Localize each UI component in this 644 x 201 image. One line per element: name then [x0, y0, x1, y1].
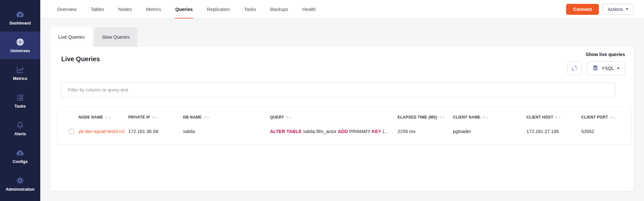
- row-checkbox[interactable]: [69, 129, 74, 134]
- topbar-buttons: Connect Actions: [566, 4, 634, 15]
- column-header-label: NODE NAME: [79, 115, 103, 120]
- chevron-down-icon: [626, 8, 628, 10]
- column-header-query[interactable]: QUERY: [270, 115, 398, 120]
- sidebar-item-administration[interactable]: Administration: [0, 170, 40, 198]
- column-header-client-host[interactable]: CLIENT HOST: [526, 115, 581, 120]
- column-header-label: QUERY: [270, 115, 284, 120]
- sidebar: DashboardUniversesMetricsTasksAlertsConf…: [0, 0, 40, 201]
- sidebar-item-alerts[interactable]: Alerts: [0, 115, 40, 142]
- nav-tab-overview[interactable]: Overview: [50, 0, 83, 19]
- table-row[interactable]: yb-dev-epratt-test3-n3 172.161.30.58 sak…: [58, 121, 631, 142]
- column-header-label: CLIENT NAME: [453, 115, 480, 120]
- header-checkbox-spacer: [69, 115, 79, 120]
- sidebar-item-label: Dashboard: [9, 21, 31, 25]
- column-header-label: PRIVATE IP: [128, 115, 150, 120]
- api-type-value: YSQL: [601, 66, 614, 71]
- nav-tab-backups[interactable]: Backups: [263, 0, 295, 19]
- tab-live-queries[interactable]: Live Queries: [51, 27, 92, 47]
- column-header-client-port[interactable]: CLIENT PORT: [581, 115, 631, 120]
- query-text: ALTER TABLE sakila.film_actor ADD PRIMAR…: [270, 129, 398, 134]
- universe-topbar: OverviewTablesNodesMetricsQueriesReplica…: [40, 0, 644, 19]
- column-header-db-name[interactable]: DB NAME: [183, 115, 270, 120]
- nav-tab-tables[interactable]: Tables: [83, 0, 111, 19]
- queries-tabs: Live Queries Slow Queries: [51, 27, 634, 47]
- column-header-elapsed-time-ms[interactable]: ELAPSED TIME (MS): [398, 115, 453, 120]
- nav-tab-tasks[interactable]: Tasks: [237, 0, 263, 19]
- api-type-dropdown[interactable]: YSQL: [587, 61, 625, 75]
- chevron-down-icon: [617, 68, 620, 69]
- column-header-label: ELAPSED TIME (MS): [398, 115, 437, 120]
- client-name-value: pgloader: [453, 129, 526, 134]
- sidebar-item-universes[interactable]: Universes: [0, 32, 40, 59]
- sidebar-item-label: Tasks: [14, 104, 26, 109]
- show-live-queries-label: Show live queries: [567, 52, 625, 57]
- sidebar-item-label: Administration: [6, 187, 35, 192]
- cloud-upload-icon: [16, 148, 24, 157]
- sort-icon[interactable]: [204, 117, 209, 118]
- column-header-label: DB NAME: [183, 115, 202, 120]
- sidebar-item-tasks[interactable]: Tasks: [0, 87, 40, 115]
- universe-nav: OverviewTablesNodesMetricsQueriesReplica…: [50, 0, 323, 19]
- tab-slow-queries[interactable]: Slow Queries: [94, 27, 137, 47]
- db-name-value: sakila: [183, 129, 270, 134]
- gear-icon: [16, 176, 24, 185]
- column-header-label: CLIENT HOST: [526, 115, 553, 120]
- node-name-link[interactable]: yb-dev-epratt-test3-n3: [79, 129, 125, 134]
- sort-icon[interactable]: [439, 117, 445, 118]
- sidebar-item-configs[interactable]: Configs: [0, 142, 40, 170]
- sort-icon[interactable]: [286, 117, 292, 118]
- refresh-button[interactable]: [567, 61, 582, 75]
- actions-dropdown-button[interactable]: Actions: [602, 4, 634, 15]
- task-list-icon: [16, 93, 24, 102]
- sidebar-item-label: Universes: [10, 49, 30, 53]
- refresh-icon: [571, 65, 578, 72]
- page-title: Live Queries: [61, 55, 625, 63]
- column-header-private-ip[interactable]: PRIVATE IP: [128, 115, 183, 120]
- nav-tab-nodes[interactable]: Nodes: [111, 0, 139, 19]
- actions-label: Actions: [608, 7, 623, 12]
- elapsed-time-value: 2255 ms: [398, 129, 453, 134]
- sort-icon[interactable]: [555, 117, 561, 118]
- sort-icon[interactable]: [152, 117, 158, 118]
- nav-tab-metrics[interactable]: Metrics: [139, 0, 168, 19]
- column-header-client-name[interactable]: CLIENT NAME: [453, 115, 526, 120]
- bell-icon: [16, 121, 24, 129]
- nav-tab-queries[interactable]: Queries: [168, 0, 200, 19]
- client-port-value: 53552: [581, 129, 631, 134]
- sidebar-item-dashboard[interactable]: Dashboard: [0, 4, 40, 32]
- live-queries-card: Live Queries Show live queries: [51, 47, 634, 191]
- column-header-node-name[interactable]: NODE NAME: [79, 115, 128, 120]
- chart-line-icon: [16, 65, 24, 74]
- nav-tab-replication[interactable]: Replication: [200, 0, 237, 19]
- globe-icon: [16, 38, 24, 46]
- nav-tab-health[interactable]: Health: [295, 0, 323, 19]
- sort-icon[interactable]: [482, 117, 488, 118]
- column-header-label: CLIENT PORT: [581, 115, 608, 120]
- private-ip-value: 172.161.30.58: [128, 129, 183, 134]
- client-host-value: 172.161.27.195: [526, 129, 581, 134]
- main-content: Live Queries Slow Queries Live Queries S…: [40, 19, 644, 201]
- live-queries-table: NODE NAMEPRIVATE IPDB NAMEQUERYELAPSED T…: [57, 106, 631, 145]
- live-queries-controls: Show live queries: [567, 52, 625, 75]
- query-filter-input[interactable]: [61, 82, 615, 97]
- connect-button[interactable]: Connect: [566, 4, 599, 15]
- table-header-row: NODE NAMEPRIVATE IPDB NAMEQUERYELAPSED T…: [58, 107, 631, 121]
- sort-icon[interactable]: [105, 117, 111, 118]
- sidebar-item-label: Alerts: [14, 132, 26, 136]
- database-icon: [592, 65, 599, 72]
- sidebar-item-label: Metrics: [13, 76, 27, 81]
- sidebar-item-label: Configs: [13, 159, 28, 164]
- sidebar-item-metrics[interactable]: Metrics: [0, 59, 40, 87]
- sort-icon[interactable]: [610, 117, 616, 118]
- dashboard-gauge-icon: [16, 10, 24, 19]
